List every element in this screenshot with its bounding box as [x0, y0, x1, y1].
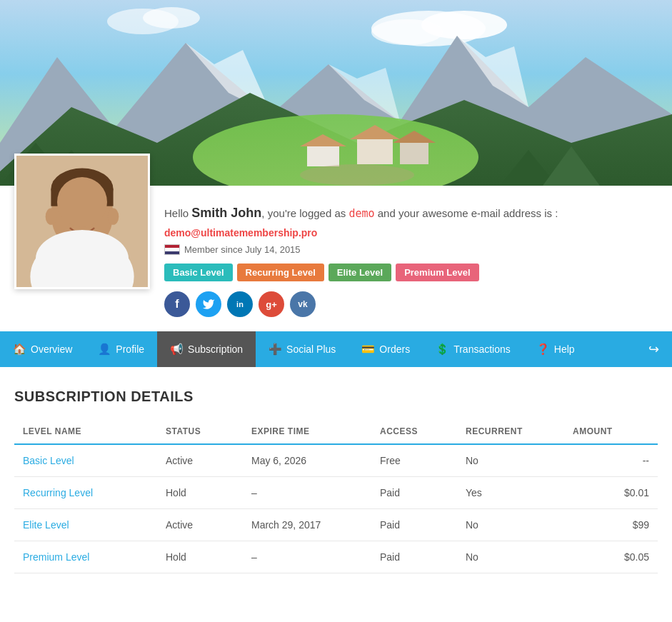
- greeting-prefix: Hello: [164, 207, 191, 219]
- member-since: Member since July 14, 2015: [164, 244, 658, 255]
- level-name-premium: Premium Level: [14, 541, 157, 573]
- tab-subscription-label: Subscription: [188, 343, 243, 355]
- col-header-status: STATUS: [157, 419, 243, 444]
- col-header-amount: AMOUNT: [564, 419, 658, 444]
- badge-recurring[interactable]: Recurring Level: [237, 264, 324, 281]
- social-icons: f in g+ vk: [164, 291, 658, 317]
- tab-social-plus-label: Social Plus: [286, 343, 336, 355]
- plus-icon: ➕: [269, 343, 282, 356]
- tab-profile[interactable]: 👤 Profile: [85, 331, 157, 367]
- table-row: Elite Level Active March 29, 2017 Paid N…: [14, 509, 658, 541]
- tab-overview[interactable]: 🏠 Overview: [0, 331, 85, 367]
- table-body: Basic Level Active May 6, 2026 Free No -…: [14, 444, 658, 573]
- svg-point-26: [51, 179, 113, 251]
- level-badges: Basic Level Recurring Level Elite Level …: [164, 264, 658, 281]
- col-header-access: ACCESS: [371, 419, 457, 444]
- recurrent-recurring: Yes: [457, 477, 564, 509]
- badge-elite[interactable]: Elite Level: [329, 264, 391, 281]
- svg-point-24: [30, 235, 134, 289]
- svg-point-22: [300, 164, 414, 186]
- access-premium: Paid: [371, 541, 457, 573]
- access-basic: Free: [371, 444, 457, 477]
- svg-point-31: [69, 211, 74, 219]
- svg-point-3: [371, 19, 443, 45]
- user-name: Smith John: [191, 206, 261, 220]
- profile-icon: 👤: [98, 343, 111, 356]
- level-name-elite: Elite Level: [14, 509, 157, 541]
- amount-basic: --: [564, 444, 658, 477]
- transactions-icon: 💲: [436, 343, 449, 356]
- avatar-image: [16, 156, 148, 287]
- level-name-basic: Basic Level: [14, 444, 157, 477]
- email-link[interactable]: demo@ultimatemembership.pro: [164, 227, 317, 239]
- greeting-text: Hello Smith John, you're logged as demo …: [164, 204, 658, 223]
- svg-rect-16: [357, 139, 393, 164]
- svg-point-34: [108, 209, 119, 225]
- table-row: Premium Level Hold – Paid No $0.05: [14, 541, 658, 573]
- profile-info: Hello Smith John, you're logged as demo …: [164, 196, 658, 317]
- person-svg: [16, 154, 148, 289]
- tab-help-label: Help: [554, 343, 575, 355]
- col-header-expire: EXPIRE TIME: [243, 419, 371, 444]
- svg-point-29: [66, 210, 75, 220]
- table-row: Recurring Level Hold – Paid Yes $0.01: [14, 477, 658, 509]
- table-header: LEVEL NAME STATUS EXPIRE TIME ACCESS REC…: [14, 419, 658, 444]
- facebook-icon[interactable]: f: [164, 291, 190, 317]
- avatar: [14, 154, 150, 289]
- recurrent-elite: No: [457, 509, 564, 541]
- tab-transactions[interactable]: 💲 Transactions: [423, 331, 523, 367]
- status-premium: Hold: [157, 541, 243, 573]
- member-since-text: Member since July 14, 2015: [184, 244, 301, 255]
- expire-basic: May 6, 2026: [243, 444, 371, 477]
- tab-orders[interactable]: 💳 Orders: [348, 331, 423, 367]
- table-row: Basic Level Active May 6, 2026 Free No -…: [14, 444, 658, 477]
- svg-point-32: [92, 211, 98, 219]
- expire-premium: –: [243, 541, 371, 573]
- level-name-recurring: Recurring Level: [14, 477, 157, 509]
- amount-elite: $99: [564, 509, 658, 541]
- flag-icon: [164, 244, 180, 255]
- subscription-title: SUBSCRIPTION DETAILS: [14, 388, 658, 405]
- subscription-icon: 📢: [170, 343, 184, 356]
- access-elite: Paid: [371, 509, 457, 541]
- svg-point-27: [51, 168, 113, 209]
- main-content: SUBSCRIPTION DETAILS LEVEL NAME STATUS E…: [0, 367, 672, 595]
- linkedin-icon[interactable]: in: [227, 291, 253, 317]
- badge-premium[interactable]: Premium Level: [396, 264, 479, 281]
- recurrent-premium: No: [457, 541, 564, 573]
- svg-point-30: [90, 210, 99, 220]
- tab-social-plus[interactable]: ➕ Social Plus: [256, 331, 348, 367]
- tab-transactions-label: Transactions: [453, 343, 511, 355]
- greeting-suffix: and your awesome e-mail address is :: [375, 207, 558, 219]
- status-elite: Active: [157, 509, 243, 541]
- svg-point-33: [46, 209, 56, 225]
- access-recurring: Paid: [371, 477, 457, 509]
- help-icon: ❓: [536, 343, 550, 356]
- exit-icon[interactable]: ↪: [636, 331, 672, 367]
- svg-rect-20: [307, 146, 339, 166]
- col-header-level: LEVEL NAME: [14, 419, 157, 444]
- subscription-table: LEVEL NAME STATUS EXPIRE TIME ACCESS REC…: [14, 419, 658, 573]
- amount-premium: $0.05: [564, 541, 658, 573]
- svg-rect-18: [400, 143, 428, 164]
- tab-help[interactable]: ❓ Help: [523, 331, 588, 367]
- orders-icon: 💳: [361, 343, 375, 356]
- google-plus-icon[interactable]: g+: [259, 291, 284, 317]
- home-icon: 🏠: [13, 343, 26, 356]
- tab-subscription[interactable]: 📢 Subscription: [157, 331, 256, 367]
- recurrent-basic: No: [457, 444, 564, 477]
- status-recurring: Hold: [157, 477, 243, 509]
- col-header-recurrent: RECURRENT: [457, 419, 564, 444]
- tab-profile-label: Profile: [116, 343, 144, 355]
- svg-rect-28: [51, 189, 113, 206]
- svg-point-5: [143, 7, 200, 29]
- vk-icon[interactable]: vk: [290, 291, 316, 317]
- expire-recurring: –: [243, 477, 371, 509]
- email-line: demo@ultimatemembership.pro: [164, 227, 658, 239]
- twitter-icon[interactable]: [196, 291, 221, 317]
- profile-section: Hello Smith John, you're logged as demo …: [0, 186, 672, 331]
- badge-basic[interactable]: Basic Level: [164, 264, 233, 281]
- status-basic: Active: [157, 444, 243, 477]
- tab-orders-label: Orders: [379, 343, 410, 355]
- tab-overview-label: Overview: [31, 343, 72, 355]
